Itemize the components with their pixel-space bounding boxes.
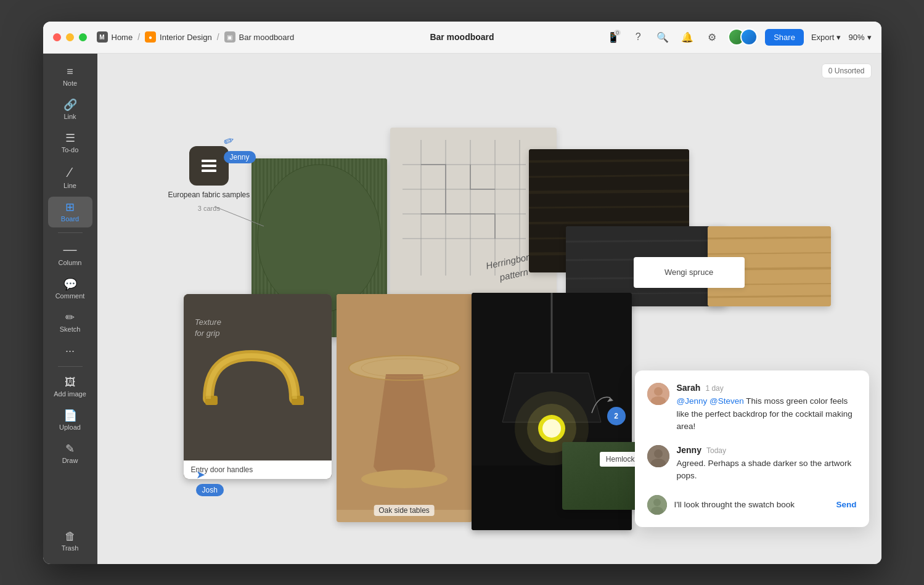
sidebar-note-label: Note bbox=[63, 80, 77, 87]
svg-point-4 bbox=[258, 165, 381, 313]
jenny-time: Today bbox=[706, 446, 726, 455]
breadcrumb-home[interactable]: M Home bbox=[97, 31, 133, 43]
fabric-subtitle-label: 3 cards bbox=[198, 205, 220, 212]
sketch-icon: ✏ bbox=[65, 312, 75, 323]
sidebar-sketch-label: Sketch bbox=[60, 325, 81, 333]
help-icon[interactable]: ? bbox=[629, 28, 647, 46]
svg-rect-54 bbox=[202, 160, 216, 162]
svg-point-63 bbox=[654, 449, 663, 458]
sidebar-item-column[interactable]: — Column bbox=[48, 238, 92, 271]
svg-point-43 bbox=[361, 470, 448, 488]
note-icon: ≡ bbox=[67, 66, 73, 77]
comment-input-row[interactable]: Send bbox=[647, 495, 857, 515]
jenny-comment-header: Jenny Today bbox=[677, 445, 857, 455]
zoom-button[interactable]: 90% ▾ bbox=[848, 33, 871, 42]
minimize-button[interactable] bbox=[66, 33, 74, 41]
phone-badge: 0 bbox=[614, 30, 621, 36]
sidebar-divider-1 bbox=[58, 232, 83, 233]
todo-icon: ☰ bbox=[65, 133, 75, 144]
draw-icon: ✎ bbox=[65, 443, 75, 454]
breadcrumb-file[interactable]: ▣ Bar moodboard bbox=[224, 31, 295, 43]
board-icon: ⊞ bbox=[65, 202, 75, 213]
jenny-comment-body: Jenny Today Agreed. Perhaps a shade dark… bbox=[677, 445, 857, 483]
comment-jenny: Jenny Today Agreed. Perhaps a shade dark… bbox=[647, 445, 857, 483]
door-handle-image[interactable]: Texture for grip Entry door handles bbox=[184, 294, 332, 479]
sarah-time: 1 day bbox=[705, 384, 723, 393]
send-button[interactable]: Send bbox=[836, 500, 856, 509]
canvas-area[interactable]: 0 Unsorted bbox=[97, 54, 881, 564]
breadcrumb-sep-2: / bbox=[217, 32, 219, 42]
comment-icon: 💬 bbox=[63, 279, 77, 290]
svg-text:for grip: for grip bbox=[195, 329, 219, 338]
sidebar-item-todo[interactable]: ☰ To-do bbox=[48, 128, 92, 158]
sidebar-item-draw[interactable]: ✎ Draw bbox=[48, 438, 92, 469]
search-icon[interactable]: 🔍 bbox=[654, 28, 671, 46]
sidebar-column-label: Column bbox=[59, 259, 82, 266]
sarah-mention: @Jenny @Steven bbox=[677, 396, 744, 406]
document-title: Bar moodboard bbox=[430, 32, 494, 42]
sidebar-line-label: Line bbox=[63, 182, 76, 189]
sidebar-item-link[interactable]: 🔗 Link bbox=[48, 94, 92, 125]
sidebar-item-add-image[interactable]: 🖼 Add image bbox=[48, 372, 92, 403]
sidebar-item-comment[interactable]: 💬 Comment bbox=[48, 274, 92, 305]
sidebar-board-label: Board bbox=[61, 215, 79, 223]
svg-point-60 bbox=[654, 387, 663, 396]
breadcrumb-project[interactable]: ● Interior Design bbox=[145, 31, 212, 43]
close-button[interactable] bbox=[53, 33, 61, 41]
svg-line-19 bbox=[529, 191, 689, 192]
breadcrumb-file-label: Bar moodboard bbox=[239, 33, 295, 42]
titlebar: M Home / ● Interior Design / ▣ Bar moodb… bbox=[43, 22, 881, 54]
unsorted-button[interactable]: 0 Unsorted bbox=[822, 63, 872, 78]
notifications-icon[interactable]: 🔔 bbox=[679, 28, 696, 46]
comment-panel: Sarah 1 day @Jenny @Steven This moss gre… bbox=[635, 370, 869, 526]
sidebar-trash-label: Trash bbox=[62, 544, 79, 552]
add-image-icon: 🖼 bbox=[65, 377, 76, 388]
chevron-down-icon: ▾ bbox=[867, 33, 872, 42]
breadcrumb: M Home / ● Interior Design / ▣ Bar moodb… bbox=[97, 31, 295, 43]
traffic-lights bbox=[53, 33, 87, 41]
comment-count-badge[interactable]: 2 bbox=[607, 407, 626, 425]
avatar-user2 bbox=[740, 28, 758, 46]
sidebar-item-sketch[interactable]: ✏ Sketch bbox=[48, 307, 92, 338]
titlebar-actions: 📱 0 ? 🔍 🔔 ⚙ Share Export ▾ 90% ▾ bbox=[605, 28, 871, 46]
fabric-samples-card[interactable]: European fabric samples 3 cards bbox=[168, 146, 250, 213]
svg-text:Texture: Texture bbox=[195, 317, 221, 327]
maximize-button[interactable] bbox=[79, 33, 87, 41]
sidebar: ≡ Note 🔗 Link ☰ To-do ∕ Line ⊞ Board — bbox=[43, 54, 97, 564]
comment-input-field[interactable] bbox=[674, 500, 829, 509]
svg-line-21 bbox=[529, 222, 689, 223]
sidebar-upload-label: Upload bbox=[59, 423, 81, 431]
user-avatars bbox=[728, 28, 758, 46]
svg-rect-55 bbox=[202, 165, 216, 167]
link-icon: 🔗 bbox=[63, 99, 77, 110]
sidebar-item-board[interactable]: ⊞ Board bbox=[48, 197, 92, 227]
jenny-avatar bbox=[647, 445, 669, 467]
settings-icon[interactable]: ⚙ bbox=[703, 28, 721, 46]
trash-icon: 🗑 bbox=[65, 531, 76, 542]
sarah-comment-body: Sarah 1 day @Jenny @Steven This moss gre… bbox=[677, 383, 857, 433]
sidebar-item-upload[interactable]: 📄 Upload bbox=[48, 405, 92, 436]
wengi-spruce-label: Wengi spruce bbox=[634, 257, 745, 288]
side-table-image[interactable]: Oak side tables bbox=[337, 294, 472, 522]
josh-label: Josh bbox=[196, 484, 224, 496]
home-icon: M bbox=[97, 31, 108, 43]
sarah-comment-header: Sarah 1 day bbox=[677, 383, 857, 393]
fabric-title-label: European fabric samples bbox=[168, 190, 250, 200]
app-window: M Home / ● Interior Design / ▣ Bar moodb… bbox=[43, 22, 881, 564]
sarah-comment-text: @Jenny @Steven This moss green color fee… bbox=[677, 395, 857, 433]
sarah-avatar bbox=[647, 383, 669, 405]
svg-point-66 bbox=[653, 499, 661, 506]
sidebar-item-line[interactable]: ∕ Line bbox=[48, 161, 92, 194]
share-button[interactable]: Share bbox=[765, 29, 804, 46]
more-icon: ··· bbox=[65, 345, 75, 356]
breadcrumb-home-label: Home bbox=[112, 33, 133, 42]
sidebar-item-more[interactable]: ··· bbox=[48, 340, 92, 361]
sidebar-item-note[interactable]: ≡ Note bbox=[48, 61, 92, 92]
entry-door-label: Entry door handles bbox=[184, 460, 332, 479]
export-button[interactable]: Export ▾ bbox=[811, 33, 841, 42]
svg-line-20 bbox=[529, 207, 689, 208]
fabric-icon bbox=[189, 146, 229, 186]
phone-icon[interactable]: 📱 0 bbox=[605, 28, 622, 46]
sidebar-link-label: Link bbox=[63, 113, 76, 120]
sidebar-item-trash[interactable]: 🗑 Trash bbox=[48, 526, 92, 557]
